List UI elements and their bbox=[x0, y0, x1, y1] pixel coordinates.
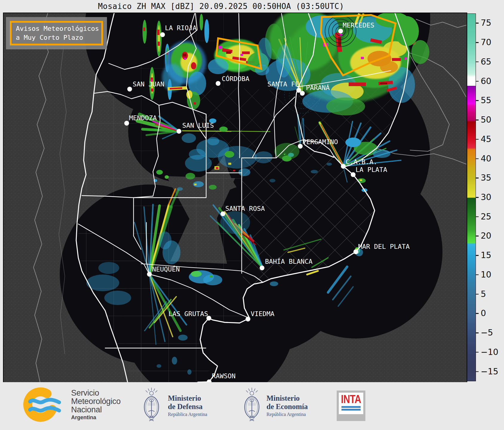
city-label: NEUQUÉN bbox=[152, 266, 180, 273]
economia-emblem-icon bbox=[241, 386, 263, 423]
colorbar-tick-mark bbox=[476, 333, 479, 333]
city-label: PARANÁ bbox=[306, 85, 330, 91]
economia-name-line3: República Argentina bbox=[266, 411, 308, 418]
warning-legend-line2: a Muy Corto Plazo bbox=[16, 33, 101, 42]
warning-legend-line1: Avisos Meteorológicos bbox=[16, 24, 101, 33]
city-label: SAN JUAN bbox=[133, 81, 164, 88]
smn-name-line2: Meteorológico bbox=[71, 397, 121, 405]
city-dot bbox=[246, 317, 250, 321]
colorbar-tick-label: 55 bbox=[481, 96, 491, 105]
city-label: VIEDMA bbox=[251, 311, 274, 317]
colorbar-tick-mark bbox=[476, 62, 479, 62]
colorbar-tick-label: 65 bbox=[481, 58, 491, 66]
colorbar-tick-mark bbox=[476, 255, 479, 256]
city-dot bbox=[160, 32, 165, 37]
city-label: MERCEDES bbox=[343, 22, 374, 29]
city-dot bbox=[177, 129, 181, 134]
economia-name-line1: Ministerio bbox=[266, 394, 308, 402]
colorbar-tick-label: 40 bbox=[481, 155, 491, 163]
city-label: SANTA ROSA bbox=[225, 205, 265, 212]
colorbar-tick-label: 25 bbox=[481, 213, 491, 221]
colorbar-tick-label: 35 bbox=[481, 174, 491, 182]
city-dot bbox=[216, 81, 220, 86]
colorbar-tick-label: −10 bbox=[481, 348, 498, 356]
defensa-name-line3: República Argentina bbox=[168, 411, 207, 418]
colorbar-tick-mark bbox=[476, 216, 479, 217]
colorbar-tick-label: −15 bbox=[481, 368, 498, 376]
colorbar-tick-label: 50 bbox=[481, 116, 491, 124]
colorbar-tick-label: 5 bbox=[481, 290, 486, 298]
city-dot bbox=[298, 144, 303, 149]
city-label: CÓRDOBA bbox=[222, 76, 249, 82]
colorbar-tick-mark bbox=[476, 236, 479, 237]
inta-bar-top bbox=[341, 406, 361, 408]
city-dot bbox=[351, 172, 356, 177]
colorbar-tick-mark bbox=[476, 100, 479, 101]
city-label: LA PLATA bbox=[356, 167, 387, 173]
colorbar-tick-mark bbox=[476, 352, 479, 353]
smn-name-line3: Nacional bbox=[71, 405, 121, 414]
colorbar-tick-label: −5 bbox=[481, 329, 493, 337]
page-title: Mosaico ZH MAX [dBZ] 20.09.2025 00:50HOA… bbox=[3, 2, 439, 11]
city-label: SAN LUIS bbox=[182, 122, 214, 129]
economia-name-line2: de Economía bbox=[266, 402, 308, 411]
colorbar-tick-mark bbox=[476, 313, 479, 314]
colorbar-tick-mark bbox=[476, 275, 479, 275]
city-label: LA RIOJA bbox=[165, 25, 197, 31]
colorbar-tick-label: 30 bbox=[481, 193, 491, 202]
smn-name-line1: Servicio bbox=[71, 389, 121, 397]
city-dot bbox=[127, 87, 132, 92]
warning-legend-frame: Avisos Meteorológicos a Muy Corto Plazo bbox=[10, 21, 103, 45]
colorbar-gradient bbox=[467, 13, 476, 381]
smn-logo bbox=[17, 385, 70, 424]
inta-wordmark: INTA bbox=[341, 393, 361, 405]
colorbar-tick-label: 75 bbox=[481, 19, 491, 27]
footer-logos: Servicio Meteorológico Nacional Argentin… bbox=[0, 382, 504, 430]
radar-mosaic-screen: Mosaico ZH MAX [dBZ] 20.09.2025 00:50HOA… bbox=[0, 0, 504, 430]
city-dot bbox=[124, 121, 129, 126]
colorbar-tick-mark bbox=[476, 120, 479, 121]
defensa-emblem-icon bbox=[140, 386, 163, 423]
colorbar-tick-mark bbox=[476, 158, 479, 159]
colorbar-tick-mark bbox=[476, 23, 479, 24]
defensa-name-line2: de Defensa bbox=[168, 402, 207, 411]
city-dot bbox=[353, 249, 358, 254]
colorbar-tick-mark bbox=[476, 294, 479, 295]
colorbar-tick-mark bbox=[476, 139, 479, 140]
colorbar-tick-label: 15 bbox=[481, 251, 491, 260]
city-dot bbox=[260, 266, 264, 270]
city-dot bbox=[300, 91, 305, 96]
smn-name-line4: Argentina bbox=[71, 414, 121, 421]
inta-bar-bottom bbox=[341, 409, 361, 411]
colorbar-tick-mark bbox=[476, 371, 479, 372]
colorbar: 757065605550454035302520151050−5−10−15 bbox=[467, 13, 504, 381]
colorbar-tick-mark bbox=[476, 178, 479, 179]
colorbar-tick-label: 0 bbox=[481, 309, 486, 318]
radar-map: LA RIOJA SAN JUAN CÓRDOBA SANTA FE PARAN… bbox=[3, 13, 467, 383]
colorbar-tick-mark bbox=[476, 42, 479, 43]
colorbar-tick-label: 60 bbox=[481, 77, 491, 86]
city-label: C.A.B.A. bbox=[346, 159, 377, 165]
city-dot bbox=[338, 29, 343, 33]
colorbar-tick-mark bbox=[476, 197, 479, 198]
colorbar-tick-label: 10 bbox=[481, 271, 491, 279]
city-label: MAR DEL PLATA bbox=[358, 243, 410, 250]
radar-map-canvas bbox=[4, 13, 467, 382]
colorbar-tick-label: 20 bbox=[481, 232, 491, 240]
inta-logo: INTA bbox=[337, 391, 365, 421]
city-dot bbox=[220, 211, 225, 216]
city-dot bbox=[341, 164, 346, 169]
city-label: SANTA FE bbox=[267, 81, 299, 88]
colorbar-tick-label: 45 bbox=[481, 135, 491, 144]
city-label: RAWSON bbox=[212, 373, 235, 379]
city-label: MENDOZA bbox=[129, 115, 157, 121]
defensa-name-line1: Ministerio bbox=[168, 394, 207, 402]
colorbar-tick-mark bbox=[476, 81, 479, 82]
colorbar-tick-label: 70 bbox=[481, 38, 491, 47]
city-label: LAS GRUTAS bbox=[168, 311, 208, 317]
warning-legend: Avisos Meteorológicos a Muy Corto Plazo bbox=[6, 17, 107, 49]
smn-wave-icon bbox=[30, 400, 59, 402]
city-label: BAHÍA BLANCA bbox=[265, 258, 312, 265]
city-dot bbox=[147, 272, 152, 277]
city-label: PERGAMINO bbox=[302, 139, 338, 145]
